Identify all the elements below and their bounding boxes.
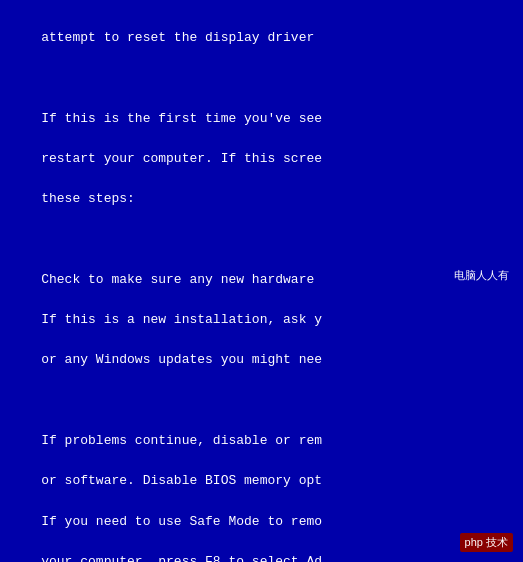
line-10: If problems continue, disable or rem — [41, 433, 322, 448]
line-3: restart your computer. If this scree — [41, 151, 322, 166]
line-6: Check to make sure any new hardware — [41, 272, 314, 287]
bsod-screen: attempt to reset the display driver If t… — [0, 0, 523, 562]
line-8: or any Windows updates you might nee — [41, 352, 322, 367]
line-4: these steps: — [41, 191, 135, 206]
line-7: If this is a new installation, ask y — [41, 312, 322, 327]
php-badge: php 技术 — [460, 533, 513, 552]
line-2: If this is the first time you've see — [41, 111, 322, 126]
line-0: attempt to reset the display driver — [41, 30, 314, 45]
line-13: your computer, press F8 to select Ad — [41, 554, 322, 562]
line-11: or software. Disable BIOS memory opt — [41, 473, 322, 488]
bsod-main-text: attempt to reset the display driver If t… — [10, 8, 513, 562]
watermark: 电脑人人有 — [454, 268, 509, 283]
line-12: If you need to use Safe Mode to remo — [41, 514, 322, 529]
